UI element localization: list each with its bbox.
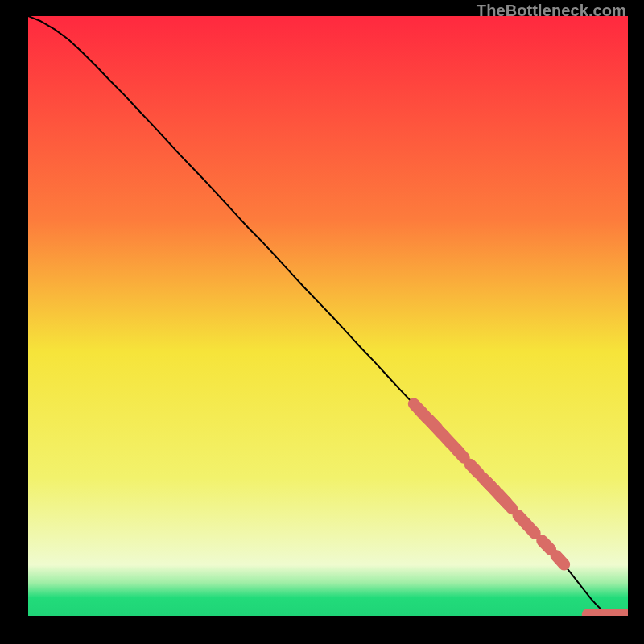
- data-marker: [526, 525, 535, 534]
- data-marker: [456, 449, 464, 458]
- data-marker: [556, 555, 564, 564]
- data-marker: [542, 541, 550, 550]
- gradient-background: [28, 16, 628, 616]
- plot-area: [28, 16, 628, 616]
- chart-stage: TheBottleneck.com: [0, 0, 644, 644]
- data-marker: [504, 500, 512, 509]
- data-marker: [470, 464, 478, 473]
- chart-svg: [28, 16, 628, 616]
- watermark-text: TheBottleneck.com: [477, 2, 626, 20]
